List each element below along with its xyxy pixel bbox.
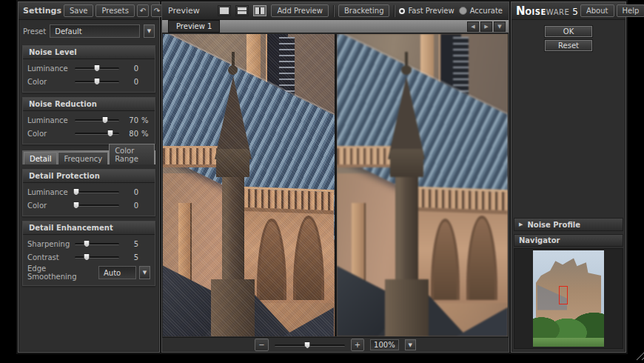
noise-reduction-luminance-slider[interactable] — [75, 116, 119, 124]
tab-list-dropdown-icon[interactable]: ▼ — [494, 21, 506, 32]
toolbar-separator — [333, 5, 334, 17]
edge-smoothening-row: Edge Smoothening Auto ▼ — [27, 265, 150, 280]
noise-level-title: Noise Level — [23, 46, 155, 59]
detail-protection-group: Detail Protection Luminance 0 Color — [22, 169, 155, 216]
preview-compare-area — [163, 34, 508, 336]
navigator-thumbnail[interactable] — [533, 250, 604, 347]
noise-profile-section[interactable]: ▶ Noise Profile — [514, 218, 623, 231]
navigator-label: Navigator — [519, 236, 560, 244]
navigator-view-rectangle[interactable] — [559, 286, 568, 304]
contrast-slider[interactable] — [75, 253, 119, 262]
logo-ware: WARE — [546, 8, 569, 16]
slider-thumb[interactable] — [84, 253, 90, 261]
screenshot-stage: Settings Save Presets ↶ ↷ ▼ Preset Defau… — [0, 0, 644, 363]
view-split-vertical-glyph — [255, 7, 264, 14]
prev-tab-icon[interactable]: ◀ — [467, 21, 479, 32]
scene-spire — [388, 52, 426, 336]
reset-button[interactable]: Reset — [545, 40, 592, 51]
fast-preview-label: Fast Preview — [408, 7, 454, 15]
slider-unit: % — [141, 130, 150, 138]
view-split-vertical-icon[interactable] — [253, 5, 266, 16]
slider-value: 70 — [122, 116, 138, 124]
action-buttons: OK Reset — [511, 20, 625, 51]
view-split-horizontal-icon[interactable] — [235, 5, 249, 16]
noiseware-logo: N OISE WARE 5 — [516, 4, 578, 18]
zoom-level-dropdown-icon[interactable]: ▼ — [405, 339, 416, 350]
preview-panel: Preview Add Preview Bracketing Fast Prev… — [161, 1, 509, 353]
view-single-icon[interactable] — [218, 5, 231, 16]
thumb-trees — [533, 312, 604, 341]
slider-thumb[interactable] — [107, 130, 114, 137]
slider-label: Luminance — [27, 64, 72, 73]
tab-preview-1[interactable]: Preview 1 — [168, 20, 220, 33]
detail-protection-body: Luminance 0 Color 0 — [23, 183, 155, 216]
view-split-horizontal-glyph — [238, 7, 246, 14]
preview-pane-original[interactable] — [163, 34, 335, 336]
tab-color-range[interactable]: Color Range — [109, 144, 155, 164]
zoom-out-icon[interactable]: − — [255, 339, 268, 351]
slider-row: Sharpening 5 — [27, 239, 150, 249]
preset-select[interactable]: Default — [50, 24, 140, 38]
preview-header: Preview Add Preview Bracketing Fast Prev… — [162, 2, 509, 20]
noise-level-color-slider[interactable] — [75, 77, 119, 86]
presets-button[interactable]: Presets — [95, 4, 134, 17]
control-panel: N OISE WARE 5 About Help OK Reset ▶ Nois… — [511, 1, 626, 353]
tab-detail[interactable]: Detail — [24, 152, 57, 164]
slider-row: Color 0 — [27, 76, 150, 87]
slider-label: Color — [27, 78, 72, 86]
next-tab-icon[interactable]: ▶ — [480, 21, 492, 32]
preview-pane-filtered[interactable] — [335, 34, 509, 336]
slider-thumb[interactable] — [84, 240, 90, 247]
sharpening-slider[interactable] — [75, 239, 119, 248]
detail-protection-luminance-slider[interactable] — [75, 187, 119, 196]
logo-n: N — [516, 4, 526, 18]
save-button[interactable]: Save — [64, 4, 94, 17]
zoom-level-value[interactable]: 100% — [370, 339, 399, 350]
noise-level-luminance-slider[interactable] — [75, 64, 119, 73]
thumb-grass — [533, 338, 604, 347]
slider-row: Contrast 5 — [27, 252, 150, 262]
undo-icon[interactable]: ↶ — [137, 4, 149, 17]
brand-header: N OISE WARE 5 About Help — [511, 2, 625, 20]
zoom-slider-thumb[interactable] — [304, 342, 311, 349]
edge-smoothening-select[interactable]: Auto — [98, 266, 136, 279]
help-button[interactable]: Help — [617, 4, 644, 17]
slider-thumb[interactable] — [94, 78, 101, 85]
detail-protection-title: Detail Protection — [23, 170, 155, 183]
slider-label: Color — [27, 202, 72, 210]
slider-value: 5 — [122, 240, 138, 248]
noise-profile-label: Noise Profile — [527, 221, 580, 229]
preview-tabbar: Preview 1 ◀ ▶ ▼ — [162, 20, 509, 33]
about-button[interactable]: About — [580, 4, 614, 17]
detail-protection-color-slider[interactable] — [75, 201, 119, 210]
bracketing-button[interactable]: Bracketing — [338, 4, 390, 17]
zoom-in-icon[interactable]: + — [351, 339, 364, 351]
preset-dropdown-icon[interactable]: ▼ — [144, 24, 155, 38]
zoom-bar: − + 100% ▼ — [162, 337, 509, 352]
spire-tier — [390, 149, 423, 177]
edge-smoothening-dropdown-icon[interactable]: ▼ — [139, 266, 150, 279]
expand-icon: ▶ — [519, 222, 523, 227]
logo-oise: OISE — [526, 8, 546, 16]
slider-value: 80 — [122, 130, 138, 138]
ok-button[interactable]: OK — [545, 26, 592, 37]
slider-thumb[interactable] — [101, 116, 108, 124]
slider-thumb[interactable] — [73, 188, 79, 196]
spire-cone — [388, 76, 425, 159]
resize-grip[interactable] — [632, 348, 644, 360]
accurate-radio[interactable]: Accurate — [459, 7, 503, 15]
fast-preview-radio[interactable]: Fast Preview — [399, 7, 454, 15]
noise-reduction-title: Noise Reduction — [23, 98, 155, 111]
add-preview-button[interactable]: Add Preview — [271, 4, 328, 17]
slider-thumb[interactable] — [94, 64, 101, 72]
zoom-slider[interactable] — [275, 341, 345, 350]
detail-enhancement-body: Sharpening 5 Contrast 5 — [23, 235, 155, 285]
settings-title: Settings — [23, 6, 61, 16]
slider-thumb[interactable] — [73, 202, 79, 209]
preview-tab-nav: ◀ ▶ ▼ — [467, 21, 506, 32]
logo-version: 5 — [572, 7, 578, 17]
tab-frequency[interactable]: Frequency — [58, 152, 108, 164]
noise-reduction-body: Luminance 70 % Color 80 % — [23, 111, 155, 144]
noise-reduction-color-slider[interactable] — [75, 129, 119, 138]
radio-unselected-icon — [459, 7, 467, 15]
